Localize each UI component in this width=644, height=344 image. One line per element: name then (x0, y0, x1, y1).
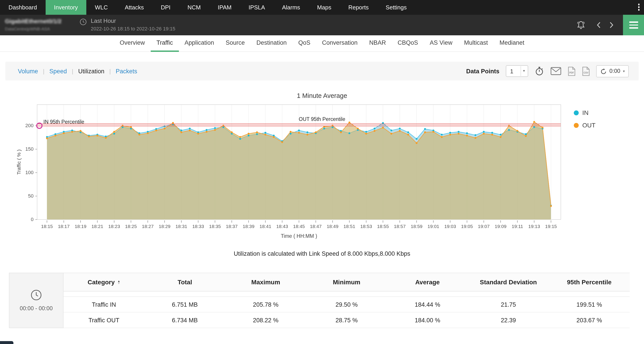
view-link-volume[interactable]: Volume (18, 68, 38, 74)
table-cell: 6.734 MB (144, 313, 226, 328)
nav-item-wlc[interactable]: WLC (86, 0, 116, 15)
column-header-total[interactable]: Total (144, 273, 226, 292)
tab-traffic[interactable]: Traffic (151, 35, 179, 52)
stopwatch-icon[interactable] (534, 66, 544, 76)
svg-text:18:33: 18:33 (192, 224, 204, 229)
svg-text:18:31: 18:31 (176, 224, 188, 229)
tab-multicast[interactable]: Multicast (458, 35, 494, 52)
svg-text:Time ( HH:MM ): Time ( HH:MM ) (281, 233, 317, 239)
svg-text:18:17: 18:17 (58, 224, 70, 229)
svg-text:18:47: 18:47 (310, 224, 322, 229)
tab-medianet[interactable]: Medianet (494, 35, 530, 52)
legend-item-in[interactable]: IN (574, 109, 596, 116)
tab-application[interactable]: Application (179, 35, 220, 52)
data-points-label: Data Points (466, 68, 500, 74)
tab-as-view[interactable]: AS View (424, 35, 458, 52)
nav-item-reports[interactable]: Reports (340, 0, 377, 15)
svg-text:19:03: 19:03 (444, 224, 456, 229)
chevron-down-icon: ▾ (520, 66, 525, 76)
tab-destination[interactable]: Destination (251, 35, 292, 52)
column-header-label: Category (88, 279, 115, 286)
column-header-label: Maximum (251, 279, 280, 286)
clock-icon (30, 289, 42, 301)
svg-text:19:13: 19:13 (528, 224, 540, 229)
table-cell: 6.751 MB (144, 297, 226, 313)
summary-table: 00:00 - 00:00 Category▲▼TotalMaximumMini… (9, 273, 630, 328)
view-separator: | (109, 68, 111, 74)
column-header-category[interactable]: Category▲▼ (64, 273, 144, 292)
sort-desc-icon: ▼ (118, 282, 120, 284)
view-link-utilization[interactable]: Utilization (78, 68, 104, 74)
column-header-label: Standard Deviation (480, 279, 537, 286)
table-cell: 21.75 (468, 297, 549, 313)
alarm-bell-icon[interactable] (576, 20, 586, 30)
svg-text:18:23: 18:23 (108, 224, 120, 229)
svg-text:18:51: 18:51 (344, 224, 355, 229)
nav-item-maps[interactable]: Maps (308, 0, 340, 15)
tab-nbar[interactable]: NBAR (363, 35, 392, 52)
toolbar-controls: Data Points 1 ▾ (466, 65, 629, 77)
clock-icon (80, 18, 87, 25)
table-cell: 184.00 % (387, 313, 468, 328)
tab-source[interactable]: Source (220, 35, 251, 52)
svg-text:18:59: 18:59 (411, 224, 422, 229)
legend-dot-in (574, 110, 579, 115)
device-info: GigabitEthernet0/1/2 DataCentre|pWNB-ASA (5, 18, 62, 31)
tab-cbqos[interactable]: CBQoS (392, 35, 424, 52)
svg-text:18:43: 18:43 (276, 224, 288, 229)
refresh-timer[interactable]: 0:00 ▾ (596, 65, 629, 77)
refresh-time: 0:00 (609, 68, 620, 74)
tab-overview[interactable]: Overview (114, 35, 151, 52)
nav-item-inventory[interactable]: Inventory (46, 0, 86, 15)
svg-text:18:15: 18:15 (41, 224, 53, 229)
csv-file-icon[interactable]: CSV (582, 66, 590, 76)
nav-item-attacks[interactable]: Attacks (116, 0, 152, 15)
data-points-select[interactable]: 1 ▾ (506, 65, 528, 77)
nav-item-ipam[interactable]: IPAM (209, 0, 240, 15)
bottom-left-widget[interactable] (0, 341, 14, 344)
tab-qos[interactable]: QoS (292, 35, 316, 52)
column-header-95th-percentile[interactable]: 95th Percentile (549, 273, 630, 292)
view-links: Volume|Speed|Utilization|Packets (18, 68, 137, 74)
chart-legend: INOUT (574, 109, 596, 134)
chevron-down-icon: ▾ (623, 69, 625, 73)
nav-item-settings[interactable]: Settings (377, 0, 415, 15)
nav-item-alarms[interactable]: Alarms (274, 0, 308, 15)
column-header-label: Total (178, 279, 192, 286)
time-period-selector[interactable]: Last Hour 2022-10-26 18:15 to 2022-10-26… (80, 17, 175, 31)
nav-item-ncm[interactable]: NCM (179, 0, 209, 15)
table-cell: 199.51 % (549, 297, 630, 313)
legend-item-out[interactable]: OUT (574, 122, 596, 129)
nav-item-dpi[interactable]: DPI (152, 0, 179, 15)
hamburger-icon[interactable] (623, 15, 644, 35)
svg-text:0: 0 (31, 217, 34, 222)
view-link-speed[interactable]: Speed (50, 68, 67, 74)
svg-text:18:25: 18:25 (125, 224, 137, 229)
svg-text:19:01: 19:01 (428, 224, 440, 229)
view-link-packets[interactable]: Packets (116, 68, 137, 74)
column-header-average[interactable]: Average (387, 273, 468, 292)
table-cell: 22.39 (468, 313, 549, 328)
chevron-left-icon[interactable] (596, 21, 602, 29)
utilization-chart[interactable]: 05010015020018:1518:1718:1918:2118:2318:… (12, 102, 567, 241)
svg-text:PDF: PDF (569, 71, 574, 74)
top-navigation: DashboardInventoryWLCAttacksDPINCMIPAMIP… (0, 0, 644, 15)
period-range: 2022-10-26 18:15 to 2022-10-26 19:15 (91, 26, 175, 31)
table-time-cell: 00:00 - 00:00 (9, 273, 64, 328)
svg-text:100: 100 (25, 170, 34, 175)
svg-text:18:55: 18:55 (377, 224, 389, 229)
kebab-menu-icon[interactable] (638, 3, 640, 10)
column-header-standard-deviation[interactable]: Standard Deviation (468, 273, 549, 292)
nav-item-ipsla[interactable]: IPSLA (240, 0, 274, 15)
envelope-icon[interactable] (550, 67, 561, 75)
chevron-right-icon[interactable] (609, 21, 614, 29)
nav-item-dashboard[interactable]: Dashboard (0, 0, 46, 15)
view-separator: | (72, 68, 73, 74)
column-header-maximum[interactable]: Maximum (225, 273, 306, 292)
data-points-value: 1 (510, 68, 513, 74)
column-header-minimum[interactable]: Minimum (306, 273, 387, 292)
svg-text:18:19: 18:19 (75, 224, 86, 229)
pdf-file-icon[interactable]: PDF (567, 66, 575, 76)
chart-footnote: Utilization is calculated with Link Spee… (0, 250, 644, 257)
tab-conversation[interactable]: Conversation (316, 35, 363, 52)
